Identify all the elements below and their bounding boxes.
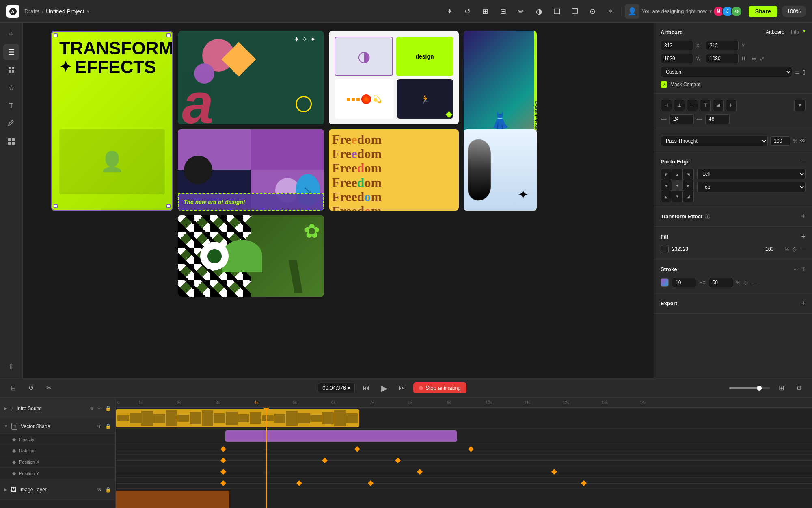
tools-icon[interactable]: ⌖ <box>603 4 618 19</box>
canvas-item-design-board[interactable]: ◑ design 💫 🏃 ↗ <box>329 31 459 124</box>
track-expand-image[interactable]: ▶ <box>4 487 7 492</box>
pin-mr[interactable]: ▶ <box>682 180 694 191</box>
align-bottom-button[interactable]: ⊦ <box>726 100 737 111</box>
pin-bl[interactable]: ◣ <box>661 191 672 202</box>
canvas-item-wave[interactable]: ✦ <box>464 129 537 211</box>
keyframe-posy-3[interactable] <box>368 480 374 486</box>
track-vector-vis[interactable]: 👁 <box>97 423 102 429</box>
stroke-remove-icon[interactable]: — <box>751 279 757 286</box>
fill-add-button[interactable]: + <box>801 232 806 241</box>
resize-icon[interactable]: ⤢ <box>760 55 764 62</box>
share-button[interactable]: Share <box>749 6 777 17</box>
volume-slider[interactable] <box>729 387 770 389</box>
keyframe-opacity-3[interactable] <box>468 446 474 452</box>
keyframe-rotation-1[interactable] <box>220 458 226 463</box>
fit-view-icon[interactable]: ⊞ <box>775 382 788 395</box>
w-input[interactable] <box>661 54 693 63</box>
landscape-icon[interactable]: ▯ <box>802 69 806 75</box>
timeline-cut-icon[interactable]: ✂ <box>42 382 55 395</box>
sidebar-add-button[interactable]: + <box>3 26 19 42</box>
align-right-button[interactable]: ⊢ <box>687 100 698 111</box>
play-button[interactable]: ▶ <box>378 382 391 395</box>
project-name[interactable]: Untitled Project <box>46 8 84 15</box>
sidebar-layers-button[interactable] <box>3 44 19 60</box>
canvas-item-freedom[interactable]: Freedom Freedom Freedom Freedom Freedom … <box>329 129 459 211</box>
align-top-button[interactable]: ⊤ <box>700 100 711 111</box>
pin-tc[interactable]: ▲ <box>672 169 683 180</box>
clip-vector-shape[interactable] <box>225 430 457 442</box>
pin-br[interactable]: ◢ <box>682 191 694 202</box>
track-expand-vector[interactable]: ▼ <box>4 424 8 428</box>
drafts-link[interactable]: Drafts <box>24 8 39 15</box>
sidebar-draw-button[interactable] <box>3 115 19 132</box>
visibility-icon[interactable]: 👁 <box>800 138 806 144</box>
opacity-input[interactable] <box>770 136 790 146</box>
track-intro-vis[interactable]: 👁 <box>90 406 95 411</box>
sidebar-share-bottom-button[interactable]: ⇧ <box>3 358 19 375</box>
fill-remove-icon[interactable]: — <box>800 246 806 252</box>
copy-icon[interactable]: ❑ <box>550 4 564 19</box>
pin-bc[interactable]: ▼ <box>672 191 683 202</box>
pin-ml[interactable]: ◀ <box>661 180 672 191</box>
x-input[interactable] <box>661 41 693 50</box>
pin-tl[interactable]: ◤ <box>661 169 672 180</box>
align-center-h-button[interactable]: ⊥ <box>674 100 685 111</box>
fill-color-picker-icon[interactable]: ◇ <box>792 246 797 252</box>
stroke-color-swatch[interactable] <box>661 278 669 287</box>
spacing-right-input[interactable] <box>705 114 730 124</box>
more-align-button[interactable]: ▾ <box>794 100 806 111</box>
stop-animating-button[interactable]: Stop animating <box>413 382 466 393</box>
grid-view-icon[interactable]: ⊞ <box>478 4 493 19</box>
track-intro-more[interactable]: ··· <box>98 406 102 411</box>
keyframe-opacity-1[interactable] <box>220 446 226 452</box>
chevron-down-icon-2[interactable]: ▾ <box>709 8 712 14</box>
mask-content-checkbox[interactable]: ✓ <box>661 81 667 88</box>
sidebar-text-button[interactable]: T <box>3 98 19 114</box>
transform-effect-add-button[interactable]: + <box>801 212 806 221</box>
keyframe-posx-2[interactable] <box>417 469 423 475</box>
share2-icon[interactable]: ⊙ <box>585 4 600 19</box>
link-proportions-icon[interactable]: ⇔ <box>752 55 756 62</box>
timeline-refresh-icon[interactable]: ↺ <box>24 382 37 395</box>
sidebar-grid-button[interactable] <box>3 133 19 150</box>
stroke-more-icon[interactable]: ··· <box>794 266 798 272</box>
track-expand-intro[interactable]: ▶ <box>4 406 7 410</box>
keyframe-posy-4[interactable] <box>581 480 587 486</box>
zoom-level[interactable]: 100% <box>782 6 806 17</box>
portrait-icon[interactable]: ▭ <box>795 69 800 75</box>
effects-icon[interactable]: ✦ <box>443 4 457 19</box>
blend-mode-select[interactable]: Pass Throught <box>661 136 768 146</box>
sidebar-elements-button[interactable] <box>3 62 19 78</box>
keyframe-rotation-3[interactable] <box>395 458 401 463</box>
table-icon[interactable]: ⊟ <box>496 4 511 19</box>
export-add-button[interactable]: + <box>801 299 806 308</box>
track-image-lock[interactable]: 🔒 <box>105 487 111 493</box>
fill-opacity-value[interactable]: 100 <box>765 246 782 252</box>
clip-image-layer[interactable] <box>116 491 229 508</box>
tab-artboard[interactable]: Artboard <box>763 28 787 36</box>
track-vector-lock[interactable]: 🔒 <box>105 423 111 429</box>
canvas-item-eye[interactable]: ✿ <box>178 215 324 297</box>
keyframe-posy-2[interactable] <box>296 480 302 486</box>
fill-color-value[interactable]: 232323 <box>672 246 762 252</box>
keyframe-opacity-2[interactable] <box>354 446 360 452</box>
pin-collapse-icon[interactable]: — <box>800 158 806 165</box>
contrast-icon[interactable]: ◑ <box>532 4 546 19</box>
clip-intro-sound[interactable] <box>116 409 359 427</box>
settings-icon[interactable]: ⚙ <box>793 382 806 395</box>
fill-color-swatch[interactable] <box>661 245 669 253</box>
transform-info-icon[interactable]: ⓘ <box>705 213 710 220</box>
stroke-color-picker-icon[interactable]: ◇ <box>743 279 748 286</box>
h-input[interactable] <box>706 54 739 63</box>
time-display[interactable]: 00:04:376 ▾ <box>318 383 355 393</box>
y-input[interactable] <box>706 41 739 50</box>
canvas-item-abstract[interactable]: a ✦ ✧ ✦ <box>178 31 324 124</box>
history-icon[interactable]: ↺ <box>460 4 475 19</box>
align-center-v-button[interactable]: ⊞ <box>713 100 724 111</box>
skip-forward-icon[interactable]: ⏭ <box>395 382 408 395</box>
keyframe-posy-1[interactable] <box>220 480 226 486</box>
duplicate-icon[interactable]: ❒ <box>568 4 582 19</box>
pen-icon[interactable]: ✏ <box>514 4 529 19</box>
align-left-button[interactable]: ⊣ <box>661 100 672 111</box>
pin-tr[interactable]: ◥ <box>682 169 694 180</box>
